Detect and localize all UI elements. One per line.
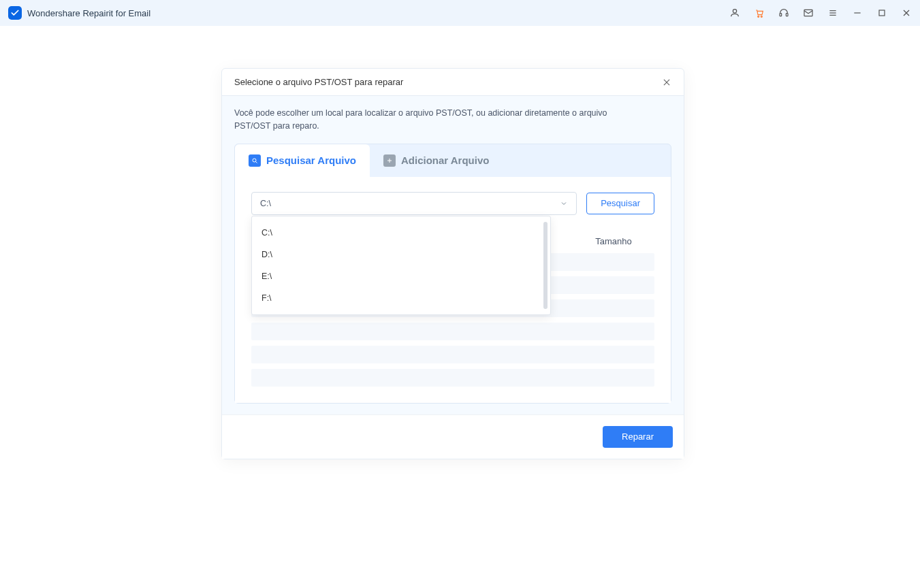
col-size: Tamanho — [573, 236, 654, 246]
close-window-icon[interactable] — [901, 7, 912, 18]
folder-search-icon — [249, 154, 261, 167]
svg-point-0 — [733, 10, 736, 13]
search-row: C:\ Pesquisar — [251, 192, 654, 215]
cart-icon[interactable] — [754, 7, 765, 18]
headset-icon[interactable] — [778, 7, 789, 18]
drive-option[interactable]: D:\ — [252, 244, 550, 265]
modal-body: Você pode escolher um local para localiz… — [222, 96, 684, 414]
app-title: Wondershare Repairit for Email — [27, 8, 150, 18]
plus-icon — [383, 154, 396, 167]
tab-search-file[interactable]: Pesquisar Arquivo — [235, 144, 370, 177]
tab-add-file[interactable]: Adicionar Arquivo — [370, 144, 503, 177]
titlebar-left: Wondershare Repairit for Email — [8, 6, 150, 20]
tabs: Pesquisar Arquivo Adicionar Arquivo — [235, 144, 671, 177]
drive-selected-value: C:\ — [260, 199, 271, 208]
titlebar-right — [729, 7, 912, 18]
modal-footer: Reparar — [222, 414, 684, 459]
table-row — [251, 369, 654, 387]
maximize-icon[interactable] — [876, 7, 887, 18]
modal-close-icon[interactable] — [662, 78, 671, 87]
repair-button[interactable]: Reparar — [603, 426, 673, 448]
menu-icon[interactable] — [827, 7, 838, 18]
modal-header: Selecione o arquivo PST/OST para reparar — [222, 69, 684, 96]
modal-description: Você pode escolher um local para localiz… — [234, 107, 643, 133]
drive-option[interactable]: F:\ — [252, 287, 550, 309]
mail-icon[interactable] — [803, 7, 814, 18]
svg-point-15 — [253, 159, 256, 162]
app-logo-icon — [8, 6, 22, 20]
minimize-icon[interactable] — [852, 7, 863, 18]
titlebar: Wondershare Repairit for Email — [0, 0, 920, 26]
select-file-modal: Selecione o arquivo PST/OST para reparar… — [221, 68, 684, 459]
tab-content: C:\ Pesquisar C:\ D:\ E:\ F:\ — [235, 177, 671, 403]
tab-card: Pesquisar Arquivo Adicionar Arquivo C:\ — [234, 144, 671, 404]
tab-search-label: Pesquisar Arquivo — [266, 154, 356, 166]
svg-line-16 — [256, 161, 257, 163]
table-row — [251, 346, 654, 363]
svg-rect-4 — [786, 14, 788, 16]
drive-option[interactable]: C:\ — [252, 222, 550, 244]
svg-rect-3 — [780, 14, 782, 16]
account-icon[interactable] — [729, 7, 740, 18]
modal-title: Selecione o arquivo PST/OST para reparar — [234, 77, 403, 87]
svg-point-1 — [758, 16, 759, 17]
svg-point-2 — [761, 16, 762, 17]
svg-rect-10 — [879, 10, 885, 16]
chevron-down-icon — [560, 199, 568, 208]
table-row — [251, 323, 654, 340]
drive-dropdown: C:\ D:\ E:\ F:\ — [251, 216, 551, 315]
drive-option[interactable]: E:\ — [252, 265, 550, 287]
drive-select[interactable]: C:\ — [251, 192, 577, 215]
search-button[interactable]: Pesquisar — [586, 193, 654, 214]
tab-add-label: Adicionar Arquivo — [401, 154, 489, 166]
